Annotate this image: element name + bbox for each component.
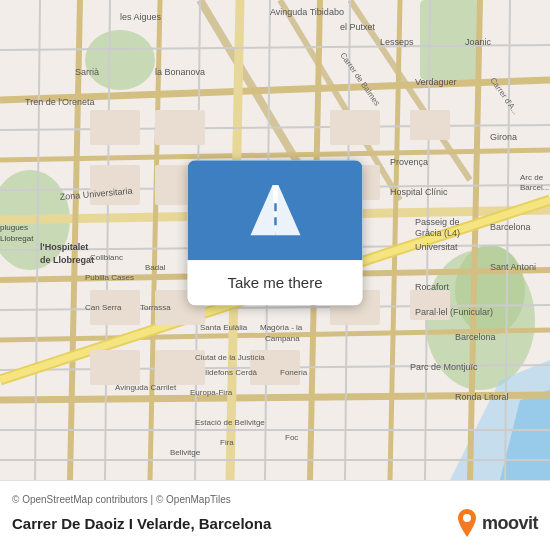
moovit-pin-icon: [456, 509, 478, 537]
svg-text:Sarrià: Sarrià: [75, 67, 99, 77]
svg-text:Gràcia (L4): Gràcia (L4): [415, 228, 460, 238]
svg-text:Ciutat de la Justícia: Ciutat de la Justícia: [195, 353, 265, 362]
svg-text:de Llobregat: de Llobregat: [40, 255, 94, 265]
navigation-card: Take me there: [188, 160, 363, 305]
svg-text:Torrassa: Torrassa: [140, 303, 171, 312]
svg-text:l'Hospitalet: l'Hospitalet: [40, 242, 88, 252]
moovit-brand-text: moovit: [482, 513, 538, 534]
svg-text:Can Serra: Can Serra: [85, 303, 122, 312]
svg-text:plugues: plugues: [0, 223, 28, 232]
svg-text:Provença: Provença: [390, 157, 428, 167]
svg-rect-40: [90, 165, 140, 205]
svg-rect-39: [155, 110, 205, 145]
svg-text:Badal: Badal: [145, 263, 166, 272]
svg-text:Universitat: Universitat: [415, 242, 458, 252]
svg-text:Barcelona: Barcelona: [455, 332, 496, 342]
card-icon-area: [188, 160, 363, 260]
svg-text:Parc de Montjuïc: Parc de Montjuïc: [410, 362, 478, 372]
svg-text:Barcei...: Barcei...: [520, 183, 549, 192]
svg-point-105: [463, 514, 471, 522]
svg-text:Verdaguer: Verdaguer: [415, 77, 457, 87]
svg-point-2: [455, 245, 525, 335]
svg-text:Tren de l'Oreneta: Tren de l'Oreneta: [25, 97, 94, 107]
svg-text:Ildefons Cerdà: Ildefons Cerdà: [205, 368, 258, 377]
svg-text:el Putxet: el Putxet: [340, 22, 376, 32]
svg-point-4: [85, 30, 155, 90]
svg-text:Foneria: Foneria: [280, 368, 308, 377]
svg-text:Llobregat: Llobregat: [0, 234, 34, 243]
svg-text:Avinguda Carrilet: Avinguda Carrilet: [115, 383, 177, 392]
svg-text:Avinguda Tibidabo: Avinguda Tibidabo: [270, 7, 344, 17]
svg-text:Arc de: Arc de: [520, 173, 544, 182]
svg-text:Collblanc: Collblanc: [90, 253, 123, 262]
svg-text:Girona: Girona: [490, 132, 517, 142]
svg-text:Estació de Bellvitge: Estació de Bellvitge: [195, 418, 265, 427]
svg-text:Fira: Fira: [220, 438, 234, 447]
svg-text:Europa-Fira: Europa-Fira: [190, 388, 233, 397]
svg-text:Rocafort: Rocafort: [415, 282, 450, 292]
svg-text:Campana: Campana: [265, 334, 300, 343]
svg-text:Passeig de: Passeig de: [415, 217, 460, 227]
map-container: Zona Universitaria l'Hospitalet de Llobr…: [0, 0, 550, 480]
svg-text:les Aigues: les Aigues: [120, 12, 162, 22]
svg-text:Sant Antoni: Sant Antoni: [490, 262, 536, 272]
moovit-logo: moovit: [456, 509, 538, 537]
svg-text:Paral·lel (Funicular): Paral·lel (Funicular): [415, 307, 493, 317]
attribution-text: © OpenStreetMap contributors | © OpenMap…: [12, 494, 538, 505]
road-directions-icon: [240, 175, 310, 245]
svg-rect-44: [410, 110, 450, 140]
location-name: Carrer De Daoiz I Velarde, Barcelona: [12, 515, 271, 532]
svg-text:Hospital Clínic: Hospital Clínic: [390, 187, 448, 197]
svg-text:Foc: Foc: [285, 433, 298, 442]
svg-text:Santa Eulàlia: Santa Eulàlia: [200, 323, 248, 332]
svg-text:Magòria - la: Magòria - la: [260, 323, 303, 332]
svg-text:Pubilla Cases: Pubilla Cases: [85, 273, 134, 282]
svg-rect-38: [90, 110, 140, 145]
svg-text:Bellvitge: Bellvitge: [170, 448, 201, 457]
location-row: Carrer De Daoiz I Velarde, Barcelona moo…: [12, 509, 538, 537]
svg-text:Barcelona: Barcelona: [490, 222, 531, 232]
svg-rect-49: [90, 350, 140, 385]
svg-text:Joanic: Joanic: [465, 37, 492, 47]
svg-rect-42: [330, 110, 380, 145]
svg-text:la Bonanova: la Bonanova: [155, 67, 205, 77]
svg-text:Lesseps: Lesseps: [380, 37, 414, 47]
bottom-bar: © OpenStreetMap contributors | © OpenMap…: [0, 480, 550, 550]
take-me-there-button[interactable]: Take me there: [188, 260, 363, 305]
svg-text:Ronda Litoral: Ronda Litoral: [455, 392, 509, 402]
